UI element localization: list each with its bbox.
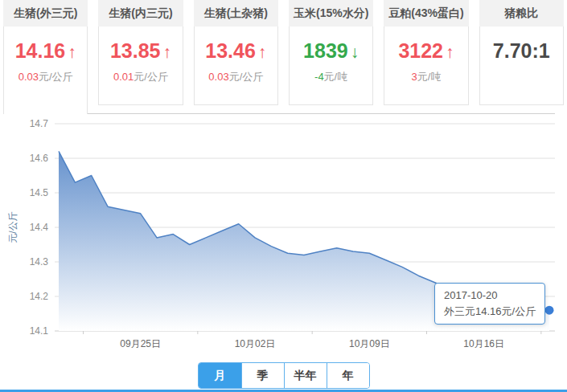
card-value: 3122 xyxy=(398,39,443,62)
y-axis-label: 14.3 xyxy=(30,256,49,267)
y-axis-label: 14.6 xyxy=(30,153,49,164)
card-unit: 元/公斤 xyxy=(134,71,168,83)
card-neisanyuan[interactable]: 生猪(内三元) 13.85↑ 0.01元/公斤 xyxy=(98,0,183,114)
card-title: 玉米(15%水分) xyxy=(289,0,373,27)
card-change: 0.01 xyxy=(113,71,134,83)
card-value: 7.70:1 xyxy=(493,39,550,62)
card-value: 13.85 xyxy=(110,39,161,62)
card-change: 0.03 xyxy=(208,71,228,83)
x-axis-label: 10月02日 xyxy=(235,338,276,349)
card-waisanyuan[interactable]: 生猪(外三元) 14.16↑ 0.03元/公斤 xyxy=(3,0,88,114)
card-unit: 元/吨 xyxy=(324,71,348,83)
tab-month[interactable]: 月 xyxy=(199,363,241,388)
card-unit: 元/吨 xyxy=(417,71,442,83)
card-title: 豆粕(43%蛋白) xyxy=(384,0,468,27)
y-axis-label: 14.7 xyxy=(30,118,49,129)
card-unit: 元/公斤 xyxy=(39,71,73,83)
tooltip-value: 外三元14.16元/公斤 xyxy=(444,304,536,320)
card-soybean-meal[interactable]: 豆粕(43%蛋白) 3122↑ 3元/吨 xyxy=(384,0,468,114)
card-title: 生猪(内三元) xyxy=(98,0,183,27)
card-change: -4 xyxy=(314,71,324,83)
card-change: 0.03 xyxy=(18,71,39,83)
y-axis-title: 元/公斤 xyxy=(7,211,18,243)
card-title: 猪粮比 xyxy=(479,0,564,27)
down-arrow-icon: ↓ xyxy=(351,43,360,61)
card-value: 14.16 xyxy=(15,39,66,62)
y-axis-label: 14.2 xyxy=(30,291,49,302)
up-arrow-icon: ↑ xyxy=(163,43,172,61)
tooltip-date: 2017-10-20 xyxy=(444,288,536,304)
card-tuzazhu[interactable]: 生猪(土杂猪) 13.46↑ 0.03元/公斤 xyxy=(194,0,278,114)
card-title: 生猪(外三元) xyxy=(3,0,88,27)
x-axis-label: 10月16日 xyxy=(463,338,504,349)
tab-quarter[interactable]: 季 xyxy=(241,363,284,388)
up-arrow-icon: ↑ xyxy=(68,43,76,61)
tab-half-year[interactable]: 半年 xyxy=(284,363,327,388)
card-title: 生猪(土杂猪) xyxy=(194,0,278,27)
card-value: 13.46 xyxy=(205,39,256,62)
card-unit: 元/公斤 xyxy=(229,71,264,83)
x-axis-label: 09月25日 xyxy=(120,338,161,349)
summary-cards-row: 生猪(外三元) 14.16↑ 0.03元/公斤 生猪(内三元) 13.85↑ 0… xyxy=(0,0,567,114)
y-axis-label: 14.1 xyxy=(30,325,49,337)
y-axis-label: 14.4 xyxy=(30,222,49,233)
up-arrow-icon: ↑ xyxy=(446,43,454,61)
card-corn[interactable]: 玉米(15%水分) 1839↓ -4元/吨 xyxy=(289,0,373,114)
chart-tooltip: 2017-10-20 外三元14.16元/公斤 xyxy=(434,283,545,325)
up-arrow-icon: ↑ xyxy=(258,43,267,61)
y-axis-label: 14.5 xyxy=(30,187,49,198)
card-value: 1839 xyxy=(303,39,348,62)
tab-year[interactable]: 年 xyxy=(327,363,369,388)
x-axis-label: 10月09日 xyxy=(349,338,390,349)
period-tabs: 月 季 半年 年 xyxy=(198,362,370,389)
card-change: 3 xyxy=(412,71,417,83)
last-point-dot[interactable] xyxy=(545,306,554,315)
card-pig-grain-ratio[interactable]: 猪粮比 7.70:1 xyxy=(479,0,564,114)
